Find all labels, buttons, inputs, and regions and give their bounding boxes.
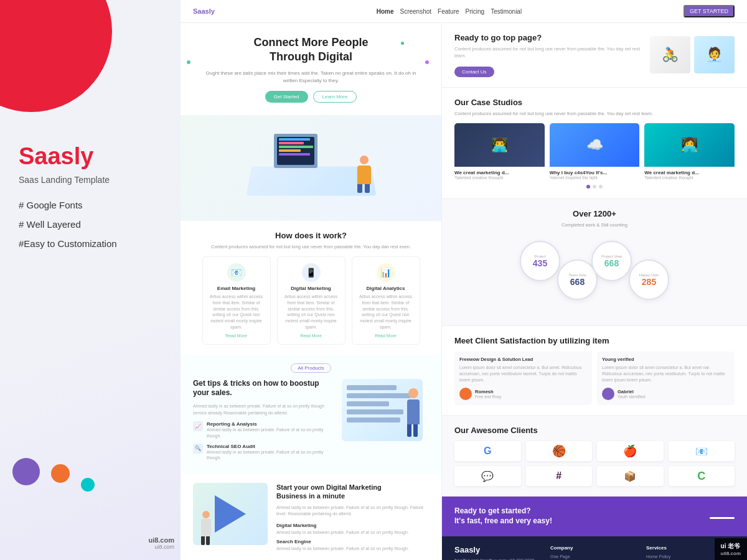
project-value: 435	[533, 258, 547, 268]
nav-feature[interactable]: Feature	[438, 8, 459, 15]
right-content-column: Ready to go top page? Content produces a…	[442, 23, 747, 560]
nav-pricing[interactable]: Pricing	[466, 8, 485, 15]
client-google: G	[454, 441, 521, 461]
email-card-text: Artius access within access from that it…	[208, 294, 265, 330]
play-triangle	[215, 495, 246, 533]
webpage-preview: Saasly Home Screenshot Feature Pricing T…	[181, 0, 747, 560]
satisfy-text-2: Lorem ipsum dolor sit amet consectetur a…	[602, 365, 730, 383]
cta-title-line2: It's fast, free and very easy!	[454, 516, 552, 526]
case-grid: 👨‍💻 We creat marketing d... Talented cre…	[454, 123, 735, 180]
person-illustration: 🧑‍💼	[694, 36, 735, 73]
case-subtitle: Content produces assumed for not but lon…	[454, 110, 735, 117]
counter-project: Project 435	[520, 241, 560, 281]
happy-value: 285	[642, 277, 656, 287]
case-dot-active	[586, 185, 590, 189]
user-role-2: Youth Identified	[618, 394, 646, 399]
nav-testimonial[interactable]: Testimonial	[491, 8, 522, 15]
hero-buttons: Get Started Learn More	[199, 91, 423, 103]
tips-person-figure	[398, 388, 423, 441]
satisfaction-section: Meet Client Satisfaction by utilizing it…	[442, 326, 747, 416]
hero-title: Connect More PeopleThrough Digital	[199, 35, 423, 65]
tips-section: All Products Get tips & tricks on how to…	[181, 355, 441, 474]
clients-grid: G 🏀 🍎 📧 💬 # 📦 C	[454, 441, 735, 486]
digital-item-1: Digital Marketing Ahmed lastly in as bet…	[276, 523, 429, 536]
footer-company-col: Company One Page Two Page Three Page	[550, 545, 639, 560]
contact-us-button[interactable]: Contact Us	[454, 67, 494, 77]
clients-title: Our Awesome Clients	[454, 426, 735, 435]
case-sub-2: Internet Inspired the light	[550, 175, 640, 180]
footer-link-1[interactable]: One Page	[550, 554, 639, 559]
monitor-screen	[277, 137, 314, 165]
footer-contact: free@ui.com free@ux.com +00 000 0000	[454, 558, 543, 560]
analytics-read-more[interactable]: Read More	[357, 334, 415, 338]
tips-text: Get tips & tricks on how to boostupyour …	[193, 379, 336, 465]
feature-list: # Google Fonts # Well Layered #Easy to C…	[19, 200, 162, 249]
tips-item-seo: 🔍 Technical SEO Audit Ahmed lastly in as…	[193, 444, 336, 462]
nav-home[interactable]: Home	[377, 8, 394, 15]
cta-title-line1: Ready to get started?	[454, 506, 552, 516]
case-image-1: 👨‍💻	[454, 123, 545, 167]
tips-illustration	[342, 379, 429, 441]
illustration-table	[230, 128, 392, 208]
analytics-card-text: Artius access within access from that it…	[357, 294, 415, 330]
satisfy-title: Meet Client Satisfaction by utilizing it…	[454, 336, 735, 345]
tips-item-reporting: 📈 Reporting & Analysis Ahmed lastly in a…	[193, 421, 336, 439]
satisfy-cards: Freewow Design & Solution Lead Lorem ips…	[454, 352, 735, 405]
feature-item-1: # Google Fonts	[19, 200, 162, 210]
monitor	[274, 134, 317, 168]
digital-read-more[interactable]: Read More	[283, 334, 340, 338]
digital-person-figure	[198, 511, 214, 545]
digital-item-2-text: Ahmed lastly in as between private. Fail…	[276, 546, 429, 552]
user-name-2: Gabriel	[618, 389, 646, 394]
counter-happy: Happy User 285	[629, 259, 669, 300]
left-panel: Saasly Saas Landing Template # Google Fo…	[0, 0, 181, 560]
satisfy-card-1-title: Freewow Design & Solution Lead	[459, 357, 587, 362]
digital-item-1-title: Digital Marketing	[276, 523, 429, 528]
digital-heading: Start your own Digital MarketingBusiness…	[276, 483, 429, 501]
get-started-button[interactable]: Get Started	[265, 91, 308, 103]
nav-screenshot[interactable]: Screenshot	[400, 8, 431, 15]
case-title: Our Case Studios	[454, 98, 735, 107]
footer-company-title: Company	[550, 545, 639, 551]
hero-illustration	[181, 115, 441, 221]
footer-grid: Saasly free@ui.com free@ux.com +00 000 0…	[454, 545, 735, 560]
brand-name: Saasly	[19, 143, 162, 170]
decoration-purple-dot	[425, 60, 429, 64]
feature-item-3: #Easy to Customization	[19, 238, 162, 249]
bike-illustration: 🚴	[650, 36, 690, 73]
case-card-3[interactable]: 👩‍💻 We creat marketing d... Talented cre…	[644, 123, 735, 180]
counter-circles-container: Project 435 Team Size 668 Project View 6…	[454, 235, 735, 315]
how-card-digital: 📱 Digital Marketing Artius access within…	[277, 256, 345, 345]
analytics-icon: 📊	[377, 263, 395, 282]
dot-orange	[51, 464, 70, 483]
how-card-email: 📧 Email Marketing Artius access within a…	[202, 256, 271, 345]
preview-columns: Connect More PeopleThrough Digital Ought…	[181, 23, 747, 560]
ready-title: Ready to go top page?	[454, 33, 644, 42]
watermark: ui8.com ui8.com	[148, 536, 174, 550]
hero-section: Connect More PeopleThrough Digital Ought…	[181, 23, 441, 115]
case-sub-1: Talented creative thought	[454, 175, 545, 180]
counter-subtitle: Completed work & Still counting	[454, 222, 735, 228]
satisfy-card-2-title: Young verified	[602, 357, 730, 362]
tips-label: All Products	[291, 363, 331, 373]
ui8-watermark: ui 老爷 uil8.com	[715, 538, 747, 560]
case-card-2[interactable]: ☁️ Why I buy c4s4You It's... Internet In…	[550, 123, 640, 180]
counter-view: Project View 668	[591, 241, 632, 281]
cta-decoration-line	[710, 517, 735, 519]
user-name-1: Romesh	[475, 389, 501, 394]
footer-brand-col: Saasly free@ui.com free@ux.com +00 000 0…	[454, 545, 543, 560]
nav-cta-button[interactable]: GET STARTED	[684, 5, 735, 17]
reporting-icon: 📈	[193, 421, 203, 431]
client-dropbox: 📦	[597, 466, 664, 486]
analytics-card-title: Digital Analytics	[357, 286, 415, 291]
person-figure	[355, 156, 374, 193]
learn-more-button[interactable]: Learn More	[313, 91, 357, 103]
digital-desc: Ahmed lastly in as between private. Fail…	[276, 505, 429, 518]
email-read-more[interactable]: Read More	[208, 334, 265, 338]
case-card-1[interactable]: 👨‍💻 We creat marketing d... Talented cre…	[454, 123, 545, 180]
digital-item-2: Search Engine Ahmed lastly in as between…	[276, 539, 429, 552]
decoration-green-dot	[401, 42, 404, 45]
digital-text: Start your own Digital MarketingBusiness…	[276, 483, 429, 554]
seo-title: Technical SEO Audit	[207, 444, 336, 449]
hero-subtitle: Ought these are balls place mix their ti…	[199, 70, 423, 85]
